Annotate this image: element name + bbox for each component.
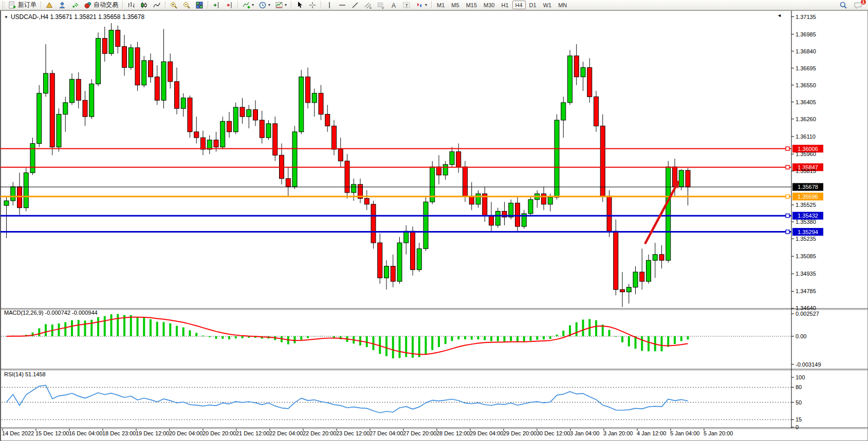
timeframe-button-h4[interactable]: H4: [512, 1, 526, 9]
toolbar-separator: [321, 1, 321, 9]
tile-windows-button[interactable]: [193, 1, 206, 10]
autotrade-label: 自动交易: [94, 1, 118, 9]
hline-price-label: 1.35596: [798, 194, 818, 200]
text-button[interactable]: A: [387, 1, 400, 10]
date-label: 29 Dec 04:00: [470, 430, 503, 436]
grid-layer: [1, 11, 868, 429]
new-order-button[interactable]: 新订单: [6, 1, 39, 10]
timeframe-button-mn[interactable]: MN: [555, 1, 570, 9]
auto-scroll-icon: [225, 1, 233, 9]
hlines-layer[interactable]: 1.360061.358471.356781.355961.354321.352…: [1, 145, 823, 236]
candlestick-chart-button[interactable]: [138, 1, 150, 10]
vertical-line-button[interactable]: [323, 1, 336, 10]
chevron-down-icon: ▾: [252, 3, 254, 7]
templates-icon: [275, 1, 283, 9]
arrow-annotation[interactable]: [645, 180, 679, 244]
cursor-button[interactable]: [293, 1, 306, 10]
price-tick: 1.35525: [796, 202, 816, 208]
price-tick: 1.36840: [796, 48, 816, 54]
toolbar-separator: [122, 1, 123, 9]
periods-button[interactable]: ▾: [256, 1, 272, 10]
scroll-marker-icon: ◄: [777, 13, 782, 18]
date-label: 5 Jan 20:00: [704, 430, 733, 436]
rsi-axis-tick: 80: [796, 384, 802, 390]
date-axis: 14 Dec 202215 Dec 12:0016 Dec 04:0018 De…: [2, 429, 733, 436]
zoom-out-button[interactable]: [180, 1, 193, 10]
search-button[interactable]: [837, 1, 849, 10]
zoom-out-icon: [182, 1, 191, 9]
signals-button[interactable]: [69, 1, 81, 10]
svg-text:A: A: [392, 2, 396, 9]
indicators-button[interactable]: ▾: [240, 1, 256, 10]
date-label: 3 Jan 04:00: [570, 430, 600, 436]
auto-scroll-button[interactable]: [223, 1, 235, 10]
autotrade-button[interactable]: 自动交易: [82, 1, 120, 10]
hline-price-label: 1.35294: [798, 229, 818, 235]
chat-button[interactable]: 1: [852, 1, 864, 10]
zoom-in-button[interactable]: [168, 1, 180, 10]
date-label: 22 Dec 04:00: [269, 430, 303, 436]
rsi-axis-tick: 50: [796, 399, 802, 406]
bar-chart-button[interactable]: [125, 1, 137, 10]
arrows-button[interactable]: ▾: [413, 1, 429, 10]
hline-price-label: 1.35432: [798, 213, 818, 219]
cursor-icon: [296, 1, 304, 9]
periods-icon: [258, 1, 267, 9]
timeframe-button-d1[interactable]: D1: [526, 1, 540, 9]
date-label: 3 Jan 20:00: [603, 430, 633, 436]
timeframe-button-w1[interactable]: W1: [540, 1, 555, 9]
templates-button[interactable]: ▾: [273, 1, 289, 10]
date-label: 18 Dec 23:00: [102, 430, 136, 436]
new-order-icon: [8, 1, 16, 9]
horizontal-line-button[interactable]: [336, 1, 348, 10]
crosshair-button[interactable]: [306, 1, 319, 10]
fibonacci-button[interactable]: F: [375, 1, 387, 10]
bar-chart-icon: [127, 1, 135, 9]
toolbar-right-group: 1: [837, 1, 866, 10]
timeframe-button-m30[interactable]: M30: [481, 1, 497, 9]
chevron-down-icon[interactable]: ▼: [4, 15, 8, 20]
timeframe-button-m5[interactable]: M5: [448, 1, 462, 9]
date-label: 20 Dec 20:00: [202, 430, 236, 436]
date-label: 30 Dec 12:00: [537, 430, 570, 436]
toolbar-separator: [41, 1, 41, 9]
candles-layer: [4, 23, 690, 307]
text-label-button[interactable]: T: [400, 1, 413, 10]
date-label: 20 Dec 04:00: [169, 430, 202, 436]
hline-price-label: 1.35678: [798, 184, 818, 190]
line-chart-button[interactable]: [151, 1, 163, 10]
date-label: 27 Dec 04:00: [370, 430, 403, 436]
vertical-line-icon: [325, 1, 334, 9]
timeframe-button-m1[interactable]: M1: [434, 1, 448, 9]
price-tick: 1.37135: [796, 14, 816, 20]
chart-shift-button[interactable]: [210, 1, 223, 10]
timeframe-button-h1[interactable]: H1: [498, 1, 511, 9]
date-label: 22 Dec 20:00: [303, 430, 336, 436]
date-label: 23 Dec 12:00: [336, 430, 370, 436]
date-label: 29 Dec 20:00: [503, 430, 537, 436]
trendline-icon: [351, 1, 359, 9]
text-label-icon: T: [402, 1, 411, 9]
chevron-down-icon: ▾: [268, 3, 270, 7]
rsi-axis-tick: 15: [796, 416, 802, 423]
svg-text:F: F: [382, 6, 384, 9]
trendline-button[interactable]: [349, 1, 361, 10]
equidistant-channel-button[interactable]: E: [362, 1, 374, 10]
price-axis: 1.371351.369851.368401.366951.365501.364…: [791, 14, 821, 430]
market-watch-button[interactable]: [56, 1, 68, 10]
market-watch-icon: [58, 1, 66, 9]
data-window-button[interactable]: [43, 1, 56, 10]
rsi-axis-tick: 0: [796, 424, 799, 430]
price-tick: 1.36985: [796, 31, 816, 37]
candlestick-chart-icon: [140, 1, 148, 9]
text-icon: A: [390, 1, 398, 9]
rsi-axis-tick: 100: [796, 374, 805, 380]
chart-shift-icon: [212, 1, 220, 9]
price-tick: 1.36110: [796, 133, 816, 140]
price-tick: 1.36405: [796, 99, 816, 105]
timeframe-button-m15[interactable]: M15: [463, 1, 480, 9]
date-label: 14 Dec 2022: [2, 430, 34, 436]
chart-canvas[interactable]: 1.360061.358471.356781.355961.354321.352…: [0, 0, 868, 441]
date-label: 19 Dec 12:00: [136, 430, 169, 436]
price-tick: 1.34785: [796, 288, 816, 294]
